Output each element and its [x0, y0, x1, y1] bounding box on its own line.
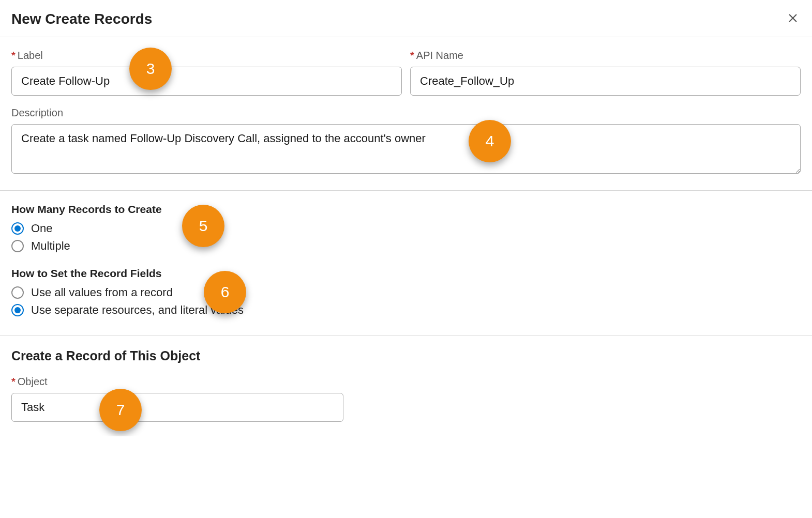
- how-many-heading: How Many Records to Create: [11, 203, 801, 216]
- dialog-root: New Create Records Label API Name Descri…: [0, 0, 812, 436]
- apiname-field-label: API Name: [410, 50, 801, 62]
- how-many-multiple-row[interactable]: Multiple: [11, 239, 801, 253]
- label-field-label: Label: [11, 50, 402, 62]
- how-set-separate-row[interactable]: Use separate resources, and literal valu…: [11, 303, 801, 317]
- dialog-header: New Create Records: [0, 0, 812, 37]
- apiname-field-wrap: API Name: [410, 50, 801, 96]
- object-input[interactable]: [11, 393, 343, 422]
- description-field-label: Description: [11, 107, 63, 119]
- basic-info-section: Label API Name Description: [0, 37, 812, 190]
- close-button[interactable]: [785, 10, 801, 27]
- label-input[interactable]: [11, 67, 402, 96]
- record-options-section: How Many Records to Create One Multiple …: [0, 191, 812, 336]
- description-textarea[interactable]: [11, 124, 801, 174]
- how-many-one-radio[interactable]: [11, 222, 24, 235]
- description-field-wrap: Description: [11, 107, 801, 176]
- how-set-allvalues-row[interactable]: Use all values from a record: [11, 286, 801, 299]
- how-set-separate-radio[interactable]: [11, 304, 24, 316]
- how-set-allvalues-label: Use all values from a record: [31, 286, 173, 299]
- how-many-one-label: One: [31, 222, 53, 235]
- object-field-label: Object: [11, 376, 48, 388]
- label-field-wrap: Label: [11, 50, 402, 96]
- object-section: Create a Record of This Object Object: [0, 336, 812, 436]
- how-set-group: How to Set the Record Fields Use all val…: [11, 267, 801, 317]
- apiname-input[interactable]: [410, 67, 801, 96]
- how-set-separate-label: Use separate resources, and literal valu…: [31, 303, 244, 317]
- how-many-multiple-radio[interactable]: [11, 240, 24, 252]
- how-set-allvalues-radio[interactable]: [11, 286, 24, 299]
- how-many-multiple-label: Multiple: [31, 239, 70, 253]
- object-field-wrap: Object: [11, 376, 343, 422]
- object-section-heading: Create a Record of This Object: [11, 348, 801, 363]
- how-many-group: How Many Records to Create One Multiple: [11, 203, 801, 253]
- close-icon: [787, 12, 799, 25]
- dialog-title: New Create Records: [11, 11, 152, 27]
- how-many-one-row[interactable]: One: [11, 222, 801, 235]
- how-set-heading: How to Set the Record Fields: [11, 267, 801, 280]
